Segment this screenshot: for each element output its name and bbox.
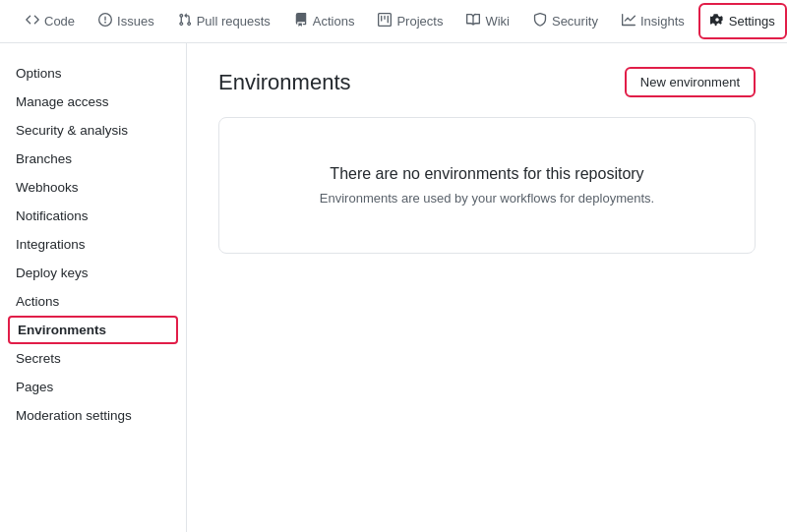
sidebar-item-notifications[interactable]: Notifications (0, 202, 186, 230)
top-nav: CodeIssuesPull requestsActionsProjectsWi… (0, 0, 787, 43)
nav-label-wiki: Wiki (485, 14, 510, 29)
sidebar-item-actions[interactable]: Actions (0, 287, 186, 316)
nav-item-pull-requests[interactable]: Pull requests (168, 5, 280, 37)
nav-item-insights[interactable]: Insights (612, 5, 695, 37)
sidebar-item-options[interactable]: Options (0, 59, 186, 88)
projects-icon (378, 13, 392, 30)
sidebar-item-environments[interactable]: Environments (8, 316, 178, 344)
sidebar-item-manage-access[interactable]: Manage access (0, 88, 186, 116)
security-icon (533, 13, 547, 30)
nav-item-wiki[interactable]: Wiki (456, 5, 519, 37)
empty-state-subtitle: Environments are used by your workflows … (243, 191, 731, 206)
new-environment-button[interactable]: New environment (625, 67, 756, 97)
sidebar-item-integrations[interactable]: Integrations (0, 230, 186, 259)
sidebar-item-secrets[interactable]: Secrets (0, 344, 186, 373)
nav-item-settings[interactable]: Settings (698, 3, 787, 39)
sidebar-item-pages[interactable]: Pages (0, 373, 186, 401)
nav-item-issues[interactable]: Issues (89, 5, 164, 37)
nav-label-settings: Settings (729, 14, 775, 29)
issues-icon (98, 13, 112, 30)
page-title: Environments (218, 70, 351, 95)
nav-label-pull-requests: Pull requests (197, 14, 271, 29)
pull-requests-icon (178, 13, 192, 30)
actions-icon (294, 13, 308, 30)
nav-label-insights: Insights (640, 14, 685, 29)
sidebar-item-moderation-settings[interactable]: Moderation settings (0, 401, 186, 430)
sidebar-item-deploy-keys[interactable]: Deploy keys (0, 259, 186, 287)
code-icon (26, 13, 39, 30)
empty-state-title: There are no environments for this repos… (243, 165, 731, 183)
nav-item-security[interactable]: Security (523, 5, 608, 37)
nav-label-projects: Projects (396, 14, 443, 29)
sidebar-item-security-analysis[interactable]: Security & analysis (0, 116, 186, 145)
wiki-icon (466, 13, 480, 30)
insights-icon (622, 13, 636, 30)
settings-icon (710, 13, 724, 30)
nav-item-code[interactable]: Code (16, 5, 85, 37)
nav-item-projects[interactable]: Projects (368, 5, 453, 37)
empty-state-card: There are no environments for this repos… (218, 117, 756, 254)
nav-label-security: Security (552, 14, 598, 29)
layout: OptionsManage accessSecurity & analysisB… (0, 43, 787, 532)
nav-label-actions: Actions (313, 14, 355, 29)
sidebar-item-branches[interactable]: Branches (0, 145, 186, 173)
sidebar-item-webhooks[interactable]: Webhooks (0, 173, 186, 202)
main-header: Environments New environment (218, 67, 756, 97)
sidebar: OptionsManage accessSecurity & analysisB… (0, 43, 187, 532)
nav-label-issues: Issues (117, 14, 154, 29)
nav-item-actions[interactable]: Actions (284, 5, 365, 37)
main-content: Environments New environment There are n… (187, 43, 787, 532)
nav-label-code: Code (44, 14, 75, 29)
